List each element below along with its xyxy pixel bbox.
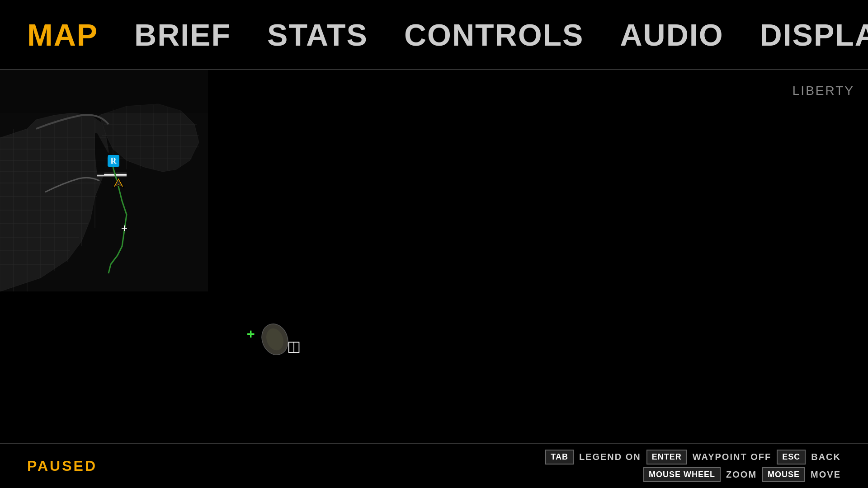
waypoint-off-label: WAYPOINT OFF: [693, 452, 771, 462]
control-row-2: MOUSE WHEEL ZOOM MOUSE MOVE: [643, 467, 841, 482]
move-label: MOVE: [811, 469, 841, 480]
island-area: ✛: [253, 319, 294, 361]
back-label: BACK: [811, 452, 841, 462]
controls-help: TAB LEGEND ON ENTER WAYPOINT OFF ESC BAC…: [545, 450, 841, 482]
nav-item-stats[interactable]: Stats: [267, 17, 368, 52]
city-map: R: [0, 70, 208, 291]
nav-item-controls[interactable]: Controls: [404, 17, 584, 52]
zoom-label: ZOOM: [726, 469, 757, 480]
nav-item-brief[interactable]: Brief: [134, 17, 231, 52]
status-bar: PAUSED TAB LEGEND ON ENTER WAYPOINT OFF …: [0, 443, 868, 488]
mousewheel-key: MOUSE WHEEL: [643, 467, 721, 482]
esc-key: ESC: [777, 450, 806, 465]
region-label: LIBERTY: [793, 84, 854, 98]
waypoint-cross: ✛: [247, 329, 255, 340]
small-island-svg: [253, 319, 294, 360]
mouse-key: MOUSE: [762, 467, 805, 482]
paused-label: PAUSED: [27, 458, 97, 474]
nav-bar: Map Brief Stats Controls Audio Display G…: [0, 0, 868, 70]
legend-on-label: LEGEND ON: [579, 452, 641, 462]
tab-key: TAB: [545, 450, 574, 465]
map-area[interactable]: R LIBERTY ✛ ◫: [0, 70, 868, 456]
svg-text:R: R: [111, 156, 117, 165]
svg-rect-38: [0, 70, 208, 113]
enter-key: ENTER: [646, 450, 687, 465]
nav-item-display[interactable]: Display: [760, 17, 868, 52]
control-row-1: TAB LEGEND ON ENTER WAYPOINT OFF ESC BAC…: [545, 450, 841, 465]
nav-item-audio[interactable]: Audio: [620, 17, 723, 52]
nav-item-map[interactable]: Map: [27, 17, 98, 52]
